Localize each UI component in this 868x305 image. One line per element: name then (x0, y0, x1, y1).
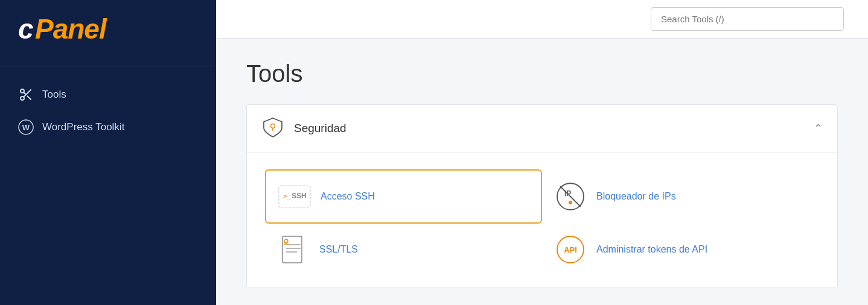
svg-text:c: c (18, 13, 33, 43)
chevron-up-icon[interactable]: ⌃ (814, 122, 823, 135)
main-body: Tools Seguridad ⌃ (216, 39, 868, 305)
cpanel-logo: c Panel (18, 13, 198, 49)
svg-text:>_: >_ (283, 192, 292, 200)
svg-text:SSH: SSH (292, 192, 307, 200)
tool-ssl-tls[interactable]: SSL/TLS (265, 224, 542, 275)
sidebar-item-tools-label: Tools (42, 89, 66, 101)
page-title: Tools (246, 60, 838, 87)
sidebar-item-wordpress-toolkit[interactable]: W WordPress Toolkit (0, 111, 216, 143)
shield-pin-icon (261, 116, 284, 141)
seguridad-title: Seguridad (294, 122, 346, 135)
svg-text:Panel: Panel (35, 13, 107, 43)
svg-text:API: API (564, 245, 577, 254)
ssl-tls-icon (277, 233, 310, 266)
acceso-ssh-label: Acceso SSH (321, 191, 375, 202)
logo-area: c Panel (0, 0, 216, 66)
tool-api-tokens[interactable]: API Administrar tokens de API (542, 224, 819, 275)
wordpress-icon: W (18, 119, 34, 135)
sidebar: c Panel Tools (0, 0, 216, 305)
ip-blocker-icon: IP (554, 180, 587, 213)
svg-line-5 (27, 96, 31, 99)
tool-grid: >_ SSH Acceso SSH (265, 169, 819, 275)
main-content: Tools Seguridad ⌃ (216, 0, 868, 305)
svg-point-17 (569, 201, 572, 204)
svg-point-9 (271, 124, 275, 128)
seguridad-section-header[interactable]: Seguridad ⌃ (247, 105, 837, 152)
tool-acceso-ssh[interactable]: >_ SSH Acceso SSH (265, 169, 542, 224)
tools-icon (18, 87, 34, 102)
seguridad-section: Seguridad ⌃ >_ SSH A (246, 104, 838, 288)
sidebar-item-tools[interactable]: Tools (0, 78, 216, 111)
svg-rect-18 (282, 236, 302, 263)
svg-text:IP: IP (564, 189, 571, 198)
tool-bloqueador-ips[interactable]: IP Bloqueador de IPs (542, 169, 819, 224)
api-tokens-icon: API (554, 233, 587, 266)
ssl-tls-label: SSL/TLS (319, 244, 358, 255)
api-tokens-label: Administrar tokens de API (596, 244, 707, 255)
ssh-icon: >_ SSH (278, 180, 311, 213)
seguridad-header-left: Seguridad (261, 116, 346, 141)
seguridad-section-body: >_ SSH Acceso SSH (247, 152, 837, 288)
bloqueador-ips-label: Bloqueador de IPs (596, 191, 676, 202)
search-input[interactable] (651, 7, 844, 31)
svg-line-6 (24, 92, 26, 95)
svg-text:W: W (22, 123, 30, 132)
svg-point-22 (284, 239, 288, 243)
sidebar-nav: Tools W WordPress Toolkit (0, 66, 216, 156)
sidebar-item-wordpress-label: WordPress Toolkit (42, 121, 124, 133)
main-header (216, 0, 868, 39)
